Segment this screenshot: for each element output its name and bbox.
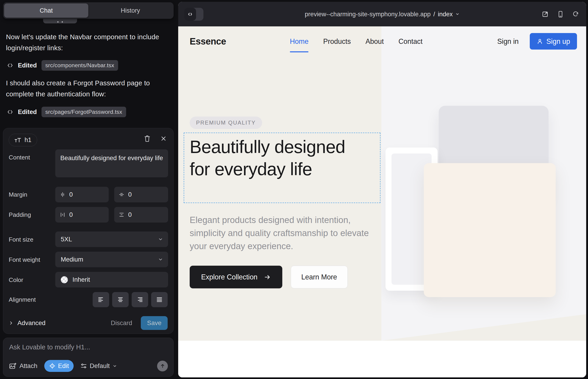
edited-file-row[interactable]: Edited src/pages/ForgotPassword.tsx xyxy=(7,107,126,117)
preview-url-separator: / xyxy=(433,11,435,18)
margin-y-value: 0 xyxy=(128,191,132,198)
color-select[interactable]: Inherit xyxy=(55,272,168,287)
content-input[interactable]: Beautifully designed for everyday life xyxy=(55,149,168,177)
tab-chat[interactable]: Chat xyxy=(4,3,88,18)
align-justify-button[interactable] xyxy=(151,292,168,307)
edit-mode-button[interactable]: Edit xyxy=(44,360,74,372)
advanced-label: Advanced xyxy=(17,319,46,327)
font-weight-value: Medium xyxy=(61,256,83,263)
default-label: Default xyxy=(90,362,110,370)
mobile-view-icon[interactable] xyxy=(557,11,564,18)
font-size-select[interactable]: 5XL xyxy=(55,232,168,247)
arrow-right-icon xyxy=(264,274,271,281)
nav-link-about[interactable]: About xyxy=(366,37,384,46)
explore-collection-label: Explore Collection xyxy=(201,273,258,281)
preview-toolbar: preview--charming-site-symphony.lovable.… xyxy=(178,2,586,26)
font-size-value: 5XL xyxy=(61,236,72,243)
margin-x-input[interactable]: 0 xyxy=(55,187,109,202)
preview-url-host: preview--charming-site-symphony.lovable.… xyxy=(305,11,431,18)
discard-button[interactable]: Discard xyxy=(111,319,132,327)
person-icon xyxy=(537,38,543,45)
attach-button[interactable]: Attach xyxy=(9,362,37,370)
send-button[interactable] xyxy=(157,361,168,371)
font-weight-label: Font weight xyxy=(9,256,40,263)
padding-x-input[interactable]: 0 xyxy=(55,207,109,222)
padding-x-value: 0 xyxy=(69,211,73,218)
composer-placeholder[interactable]: Ask Lovable to modify H1... xyxy=(9,344,167,351)
chevron-down-icon xyxy=(455,12,460,16)
chat-message: I should also create a Forgot Password p… xyxy=(6,78,170,100)
decor-card-cream xyxy=(424,163,556,297)
margin-x-icon xyxy=(60,192,65,197)
nav-link-home[interactable]: Home xyxy=(290,37,309,46)
sign-in-link[interactable]: Sign in xyxy=(497,37,519,46)
explore-collection-button[interactable]: Explore Collection xyxy=(190,266,282,288)
site-navbar: Essence Home Products About Contact Sign… xyxy=(178,26,586,56)
padding-y-input[interactable]: 0 xyxy=(114,207,168,222)
sliders-icon xyxy=(80,363,87,369)
code-view-toggle[interactable] xyxy=(184,8,203,21)
hero-description: Elegant products designed with intention… xyxy=(190,213,375,253)
hero-wedge-shape xyxy=(381,293,586,341)
preview-url-page: index xyxy=(438,11,453,18)
color-label: Color xyxy=(9,276,23,284)
preview-url-selector[interactable]: preview--charming-site-symphony.lovable.… xyxy=(305,11,460,18)
chevron-down-icon xyxy=(113,364,117,368)
sign-up-button[interactable]: Sign up xyxy=(530,33,577,49)
advanced-toggle[interactable]: Advanced xyxy=(9,319,46,327)
target-icon xyxy=(49,363,56,369)
refresh-icon[interactable] xyxy=(573,11,579,17)
align-right-button[interactable] xyxy=(132,292,148,307)
margin-x-value: 0 xyxy=(69,191,73,198)
scroll-peek-pill xyxy=(43,19,77,23)
chat-history-tabbar: Chat History xyxy=(3,2,174,19)
close-icon[interactable] xyxy=(160,136,167,142)
selected-h1-outline[interactable]: Beautifully designed for everyday life xyxy=(184,133,380,203)
site-canvas: Essence Home Products About Contact Sign… xyxy=(178,26,586,377)
chevron-down-icon xyxy=(158,257,163,262)
font-size-label: Font size xyxy=(9,236,33,243)
open-in-new-tab-icon[interactable] xyxy=(542,11,549,18)
edited-label: Edited xyxy=(18,109,37,116)
premium-quality-badge: PREMIUM QUALITY xyxy=(190,117,262,129)
model-default-button[interactable]: Default xyxy=(80,362,117,370)
chevron-down-icon xyxy=(158,237,163,242)
code-icon xyxy=(7,62,13,69)
margin-y-icon xyxy=(119,192,124,197)
font-weight-select[interactable]: Medium xyxy=(55,252,168,267)
padding-label: Padding xyxy=(9,211,31,218)
file-path-badge[interactable]: src/pages/ForgotPassword.tsx xyxy=(42,107,126,117)
color-swatch xyxy=(61,276,68,283)
delete-element-icon[interactable] xyxy=(144,135,150,142)
attach-label: Attach xyxy=(19,362,37,370)
margin-label: Margin xyxy=(9,191,27,198)
align-left-button[interactable] xyxy=(93,292,109,307)
hero-headline[interactable]: Beautifully designed for everyday life xyxy=(190,136,350,180)
chat-composer[interactable]: Ask Lovable to modify H1... Attach xyxy=(3,338,174,377)
chat-message: Now let's update the Navbar component to… xyxy=(6,32,170,53)
sign-up-label: Sign up xyxy=(546,37,570,46)
align-center-button[interactable] xyxy=(112,292,129,307)
learn-more-button[interactable]: Learn More xyxy=(291,266,348,288)
edit-label: Edit xyxy=(58,362,69,370)
selected-element-tag[interactable]: h1 xyxy=(9,134,37,146)
padding-x-icon xyxy=(60,212,65,218)
edited-label: Edited xyxy=(18,62,37,69)
app-root: Chat History Now let's update the Navbar… xyxy=(0,0,588,379)
element-editor-panel: h1 Content Beautifully designed for ever… xyxy=(3,128,174,334)
hero-right-panel xyxy=(381,26,586,341)
nav-link-products[interactable]: Products xyxy=(323,37,351,46)
tab-history[interactable]: History xyxy=(88,3,172,18)
nav-link-contact[interactable]: Contact xyxy=(398,37,422,46)
chat-panel: Chat History Now let's update the Navbar… xyxy=(0,0,177,379)
text-type-icon xyxy=(15,137,21,143)
edited-file-row[interactable]: Edited src/components/Navbar.tsx xyxy=(7,60,118,71)
tag-name: h1 xyxy=(25,137,31,144)
file-path-badge[interactable]: src/components/Navbar.tsx xyxy=(42,60,118,71)
save-button[interactable]: Save xyxy=(141,316,168,330)
code-icon xyxy=(7,109,13,115)
site-brand[interactable]: Essence xyxy=(190,36,226,47)
color-value: Inherit xyxy=(73,276,90,283)
margin-y-input[interactable]: 0 xyxy=(114,187,168,202)
alignment-label: Alignment xyxy=(9,296,36,303)
